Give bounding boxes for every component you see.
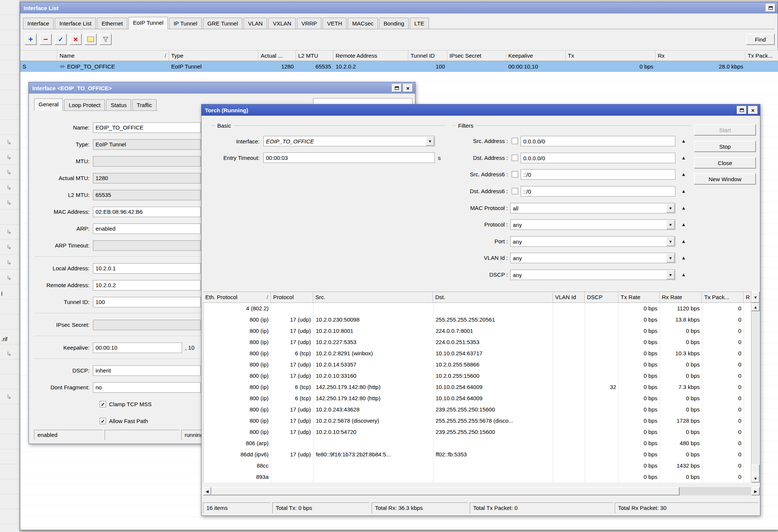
tab-interface[interactable]: Interface bbox=[23, 18, 54, 29]
tab-ip-tunnel[interactable]: IP Tunnel bbox=[169, 18, 202, 29]
tab-bonding[interactable]: Bonding bbox=[379, 18, 409, 29]
tab-interface-list[interactable]: Interface List bbox=[55, 18, 96, 29]
dropdown-icon[interactable]: ▼ bbox=[666, 253, 675, 262]
up-arrow-icon[interactable]: ▲ bbox=[679, 155, 688, 161]
table-row[interactable]: 806 (arp)0 bps480 bps0 bbox=[203, 438, 751, 449]
tab-lte[interactable]: LTE bbox=[410, 18, 429, 29]
up-arrow-icon[interactable]: ▲ bbox=[679, 222, 688, 227]
dscp-select[interactable] bbox=[510, 270, 675, 280]
column-header-protocol[interactable]: Protocol bbox=[271, 292, 313, 303]
src-address-checkbox[interactable] bbox=[512, 138, 518, 144]
local-address-field[interactable] bbox=[93, 263, 201, 274]
mtu-field[interactable] bbox=[93, 156, 201, 167]
column-header-eth-protocol[interactable]: Eth. Protocol/ bbox=[203, 292, 271, 303]
restore-button[interactable] bbox=[766, 4, 775, 12]
column-header-flags[interactable] bbox=[20, 51, 57, 61]
clamp-tcp-mss-checkbox[interactable]: ✓ bbox=[100, 401, 106, 407]
dst-address6-checkbox[interactable] bbox=[512, 188, 518, 194]
table-row[interactable]: 800 (ip)17 (udp)10.2.0.230:50098255.255.… bbox=[203, 314, 751, 325]
l2mtu-field[interactable] bbox=[93, 190, 201, 200]
interface-dialog-titlebar[interactable]: Interface <EOIP_TO_OFFICE> × bbox=[29, 82, 415, 94]
name-field[interactable] bbox=[93, 122, 201, 133]
dropdown-icon[interactable]: ▼ bbox=[666, 220, 675, 229]
column-header-l2mtu[interactable]: L2 MTU bbox=[296, 51, 333, 61]
tab-general[interactable]: General bbox=[34, 98, 63, 111]
comment-button[interactable] bbox=[85, 34, 97, 45]
table-row[interactable]: 800 (ip)6 (tcp)10.2.0.2:8291 (winbox)10.… bbox=[203, 348, 751, 359]
tab-traffic[interactable]: Traffic bbox=[132, 99, 157, 110]
column-header-type[interactable]: Type bbox=[169, 51, 258, 61]
protocol-select[interactable] bbox=[510, 219, 675, 230]
dropdown-icon[interactable]: ▼ bbox=[666, 237, 675, 246]
src-address6-checkbox[interactable] bbox=[512, 171, 518, 177]
close-button[interactable]: Close bbox=[694, 157, 756, 168]
table-row[interactable]: 800 (ip)17 (udp)10.2.0.227:5353224.0.0.2… bbox=[203, 337, 751, 348]
dropdown-icon[interactable]: ▼ bbox=[666, 204, 675, 213]
stop-button[interactable]: Stop bbox=[694, 141, 756, 152]
tab-macsec[interactable]: MACsec bbox=[348, 18, 378, 29]
arp-timeout-field[interactable] bbox=[93, 240, 201, 251]
scroll-down-button[interactable]: ▼ bbox=[751, 474, 760, 483]
dst-address6-field[interactable] bbox=[521, 186, 675, 197]
allow-fast-path-checkbox[interactable]: ✓ bbox=[100, 418, 106, 424]
torch-titlebar[interactable]: Torch (Running) × bbox=[202, 104, 760, 116]
tab-veth[interactable]: VETH bbox=[323, 18, 346, 29]
column-header-tunnel-id[interactable]: Tunnel ID bbox=[408, 51, 447, 61]
up-arrow-icon[interactable]: ▲ bbox=[679, 255, 688, 261]
scroll-up-button[interactable]: ▲ bbox=[751, 303, 760, 311]
table-row[interactable]: 800 (ip)6 (tcp)142.250.179.142:80 (http)… bbox=[203, 381, 751, 393]
actual-mtu-field[interactable] bbox=[93, 173, 201, 183]
tab-eoip-tunnel[interactable]: EoIP Tunnel bbox=[128, 17, 168, 29]
close-button[interactable]: × bbox=[748, 106, 758, 114]
src-address-field[interactable] bbox=[521, 136, 675, 146]
column-header-remote-address[interactable]: Remote Address bbox=[333, 51, 408, 61]
scrollbar-thumb[interactable] bbox=[211, 487, 679, 495]
tab-vrrp[interactable]: VRRP bbox=[297, 18, 322, 29]
dst-address-field[interactable] bbox=[521, 153, 675, 163]
up-arrow-icon[interactable]: ▲ bbox=[679, 171, 688, 177]
column-header-tx-packet[interactable]: Tx Pack... bbox=[745, 51, 778, 61]
dscp-select[interactable] bbox=[93, 365, 201, 376]
find-button[interactable]: Find bbox=[746, 34, 775, 45]
vlan-id-select[interactable] bbox=[510, 253, 675, 263]
column-header-rx[interactable]: Rx bbox=[656, 51, 745, 61]
table-row[interactable]: 800 (ip)17 (udp)10.2.0.2:5678 (discovery… bbox=[203, 415, 751, 426]
remove-button[interactable]: − bbox=[40, 34, 52, 45]
tab-status[interactable]: Status bbox=[106, 99, 131, 110]
add-button[interactable]: + bbox=[25, 34, 37, 45]
table-row[interactable]: 800 (ip)17 (udp)10.2.0.10:8001224.0.0.7:… bbox=[203, 325, 751, 337]
table-row[interactable]: 4 (802.2)0 bps1120 bps0 bbox=[203, 303, 751, 314]
keepalive-field[interactable] bbox=[93, 343, 182, 353]
column-header-vlan-id[interactable]: VLAN Id bbox=[553, 292, 585, 303]
column-select-button[interactable]: ▼ bbox=[751, 292, 760, 303]
up-arrow-icon[interactable]: ▲ bbox=[679, 238, 688, 244]
new-window-button[interactable]: New Window bbox=[694, 173, 756, 185]
table-row[interactable]: 86dd (ipv6)17 (udp)fe80::9f16:1b73:2b2f:… bbox=[203, 449, 751, 460]
disable-button[interactable]: × bbox=[70, 34, 82, 45]
up-arrow-icon[interactable]: ▲ bbox=[679, 138, 688, 144]
column-header-rx-packet[interactable]: R bbox=[744, 292, 751, 303]
mac-protocol-select[interactable] bbox=[510, 203, 675, 213]
tab-gre-tunnel[interactable]: GRE Tunnel bbox=[203, 18, 243, 29]
tab-ethernet[interactable]: Ethernet bbox=[97, 18, 127, 29]
column-header-dscp[interactable]: DSCP bbox=[585, 292, 618, 303]
up-arrow-icon[interactable]: ▲ bbox=[679, 188, 688, 194]
tab-loop-protect[interactable]: Loop Protect bbox=[64, 99, 105, 110]
table-row[interactable]: 800 (ip)17 (udp)10.2.0.10:3316010.2.0.25… bbox=[203, 370, 751, 381]
table-row[interactable]: 893a0 bps0 bps0 bbox=[203, 471, 751, 483]
src-address6-field[interactable] bbox=[521, 169, 675, 180]
column-header-actual-mtu[interactable]: Actual ... bbox=[258, 51, 296, 61]
horizontal-scrollbar[interactable]: ◀ ▶ bbox=[203, 487, 760, 495]
table-row[interactable]: 800 (ip)17 (udp)10.2.0.243:43628239.255.… bbox=[203, 404, 751, 415]
table-row[interactable]: 800 (ip)6 (tcp)142.250.179.142:80 (http)… bbox=[203, 393, 751, 404]
column-header-tx-packet[interactable]: Tx Pack... bbox=[702, 292, 744, 303]
up-arrow-icon[interactable]: ▲ bbox=[679, 205, 688, 211]
filter-button[interactable] bbox=[100, 34, 112, 45]
maximize-button[interactable] bbox=[737, 106, 747, 114]
column-header-name[interactable]: Name/ bbox=[57, 51, 169, 61]
tab-vlan[interactable]: VLAN bbox=[243, 18, 267, 29]
type-field[interactable] bbox=[93, 139, 201, 150]
table-row[interactable]: 800 (ip)17 (udp)10.2.0.10:54720239.255.2… bbox=[203, 426, 751, 438]
column-header-src[interactable]: Src. bbox=[313, 292, 433, 303]
scroll-left-button[interactable]: ◀ bbox=[203, 487, 211, 495]
